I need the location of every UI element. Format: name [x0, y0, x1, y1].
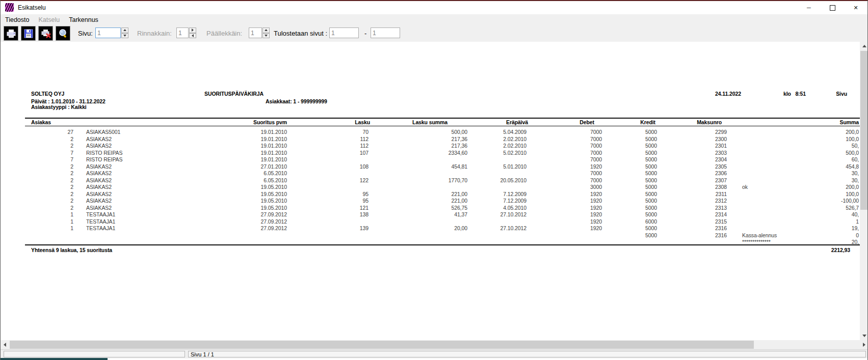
report-company: SOLTEQ OYJ: [31, 91, 64, 97]
table-cell: 2304: [715, 156, 727, 162]
table-cell: ASIAKAS2: [86, 205, 112, 211]
table-cell: 95: [363, 191, 369, 197]
scroll-left-button[interactable]: [1, 340, 9, 349]
arrow-right-icon: [863, 343, 865, 347]
arrow-down-icon: [123, 35, 126, 37]
table-cell: 19.01.2010: [260, 129, 287, 135]
table-cell: 107: [360, 150, 369, 156]
table-cell: 2308: [715, 184, 727, 190]
menu-item-tiedosto[interactable]: Tiedosto: [1, 16, 34, 23]
table-cell: 2: [70, 170, 73, 176]
spin-right-button[interactable]: [189, 27, 196, 33]
maximize-button[interactable]: [821, 1, 844, 14]
table-cell: 7000: [590, 170, 602, 176]
print-to-input[interactable]: [371, 27, 400, 38]
table-row: 2ASIAKAS26.05.201070005000230630,: [1, 170, 860, 177]
horizontal-scrollbar-thumb[interactable]: [10, 341, 754, 349]
table-cell: 27.01.2010: [260, 163, 287, 170]
table-cell: 1: [70, 211, 73, 217]
zoom-button[interactable]: [56, 26, 70, 41]
page-input[interactable]: [95, 27, 121, 38]
table-cell: 2334,60: [449, 150, 467, 156]
table-cell: 19.05.2010: [260, 205, 287, 211]
table-cell: 1920: [590, 225, 602, 231]
column-header: Debet: [580, 119, 594, 125]
table-cell: Kassa-alennus: [742, 232, 777, 238]
table-cell: 2303: [715, 150, 727, 156]
table-cell: 217,36: [451, 136, 467, 142]
menu-item-tarkennus[interactable]: Tarkennus: [64, 16, 103, 23]
table-cell: 100,0: [846, 191, 859, 197]
report-date: 24.11.2022: [715, 91, 741, 97]
table-row: 2ASIAKAS227.01.2010108454,815.01.2010192…: [1, 163, 860, 170]
table-cell: 2316: [715, 232, 727, 238]
vertical-scrollbar[interactable]: [860, 42, 868, 340]
table-row: 2ASIAKAS219.05.2010121526,754.05.2010192…: [1, 205, 860, 211]
table-cell: 95: [363, 198, 369, 204]
column-header: Suoritus pvm: [253, 119, 287, 125]
spin-up-button[interactable]: [121, 27, 128, 33]
cancel-print-button[interactable]: [38, 26, 53, 41]
scroll-right-button[interactable]: [860, 340, 868, 349]
application-window: Esikatselu ─ ✕ Tiedosto Katselu Tarkennu…: [0, 0, 868, 360]
table-cell: 526,7: [846, 205, 859, 211]
report-total-value: 2212,93: [831, 247, 850, 253]
table-cell: 7.12.2009: [503, 198, 527, 204]
report-customers-line: Asiakkaat: 1 - 999999999: [266, 98, 327, 104]
table-cell: 1920: [590, 163, 602, 170]
app-icon: [5, 3, 14, 12]
column-header: Asiakas: [31, 119, 51, 125]
table-cell: 1: [70, 218, 73, 225]
save-button[interactable]: [21, 26, 36, 41]
table-cell: 2: [70, 198, 73, 204]
table-row: 1TESTAAJA127.09.20121920600023151: [1, 218, 860, 225]
across-input[interactable]: [176, 27, 189, 38]
table-cell: 19.01.2010: [260, 156, 287, 162]
spin-down-button[interactable]: [121, 33, 128, 39]
spin-down-button[interactable]: [262, 33, 270, 39]
arrow-down-icon: [862, 335, 866, 337]
total-rule: [25, 244, 860, 245]
table-cell: 138: [360, 211, 369, 217]
table-cell: TESTAAJA1: [86, 225, 115, 231]
table-row: 2ASIAKAS219.01.2010112217,362.02.2010700…: [1, 143, 860, 149]
table-cell: ASIAKAS2: [86, 191, 112, 197]
spin-left-button[interactable]: [189, 33, 196, 39]
table-cell: 5000: [645, 211, 657, 217]
table-cell: 50,: [852, 143, 859, 149]
table-cell: 2.02.2010: [503, 143, 527, 149]
page-spinner: [121, 27, 128, 38]
table-cell: 60,: [852, 156, 859, 162]
desktop-fragment: [1, 358, 108, 360]
scroll-up-button[interactable]: [860, 42, 868, 50]
overlap-input[interactable]: [249, 27, 262, 38]
table-cell: 100,0: [846, 136, 859, 142]
horizontal-scrollbar[interactable]: [1, 340, 868, 349]
print-button[interactable]: [4, 26, 18, 41]
table-cell: 217,36: [451, 143, 467, 149]
table-cell: 2: [70, 191, 73, 197]
table-cell: 19.05.2010: [260, 198, 287, 204]
close-button[interactable]: ✕: [844, 1, 867, 14]
table-cell: 4.05.2010: [503, 205, 527, 211]
print-from-input[interactable]: [329, 27, 359, 38]
arrow-up-icon: [862, 45, 866, 47]
table-cell: 122: [360, 177, 369, 183]
table-cell: 5000: [645, 225, 657, 231]
table-cell: 1920: [590, 205, 602, 211]
table-cell: 5000: [645, 156, 657, 162]
print-pages-label: Tulostetaan sivut :: [274, 30, 327, 37]
menu-item-katselu[interactable]: Katselu: [34, 16, 64, 23]
table-row: 1TESTAAJA127.09.201213841,3727.10.201219…: [1, 211, 860, 218]
toolbar: Sivu: Rinnakkain: Päällekkäin: Tulosteta…: [1, 25, 867, 42]
minimize-button[interactable]: ─: [797, 1, 821, 14]
scroll-down-button[interactable]: [860, 331, 868, 340]
table-cell: ASIAKAS2: [86, 143, 112, 149]
table-cell: 3000: [590, 184, 602, 190]
table-cell: 27.09.2012: [260, 218, 287, 225]
table-cell: 6.05.2010: [264, 177, 287, 183]
table-cell: 5.02.2010: [503, 150, 527, 156]
spin-up-button[interactable]: [262, 27, 270, 33]
vertical-scrollbar-thumb[interactable]: [860, 51, 868, 210]
title-bar: Esikatselu ─ ✕: [1, 1, 867, 14]
